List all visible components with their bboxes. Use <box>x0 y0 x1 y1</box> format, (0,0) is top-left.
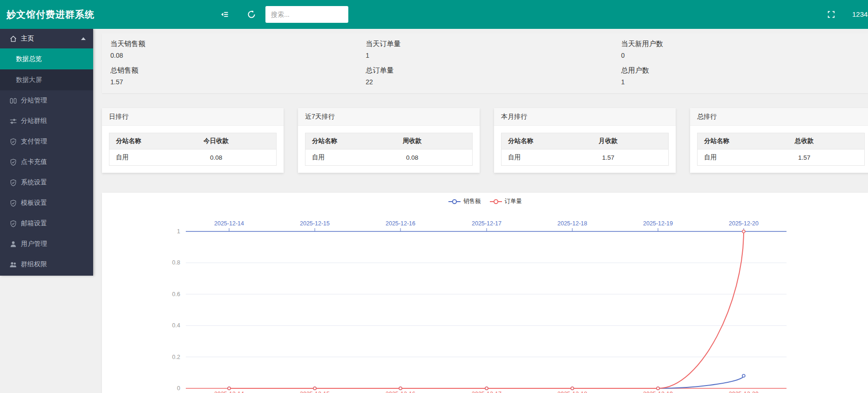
svg-text:2025-12-14: 2025-12-14 <box>214 220 244 227</box>
svg-text:2025-12-18: 2025-12-18 <box>557 391 587 393</box>
stat-value: 0.08 <box>110 52 357 59</box>
card-title: 日排行 <box>102 108 284 126</box>
stats-column-users: 当天新用户数 0 总用户数 1 <box>613 40 868 93</box>
table-row: 自用 1.57 <box>698 149 864 165</box>
ranking-card-daily: 日排行 分站名称 今日收款 自用 0.08 <box>102 108 284 173</box>
stat-value: 1 <box>366 52 612 59</box>
sidebar-item-data-screen[interactable]: 数据大屏 <box>0 69 93 90</box>
svg-text:2025-12-17: 2025-12-17 <box>472 220 502 227</box>
table-header-row: 分站名称 月收款 <box>502 133 668 149</box>
svg-text:0.8: 0.8 <box>172 259 180 266</box>
table-row: 自用 0.08 <box>305 149 472 165</box>
sidebar-item-label: 主页 <box>21 34 34 43</box>
legend-line-marker-icon <box>489 199 502 204</box>
columns-icon <box>9 97 17 105</box>
ranking-table: 分站名称 周收款 自用 0.08 <box>305 133 473 166</box>
svg-text:2025-12-15: 2025-12-15 <box>300 391 330 393</box>
svg-text:2025-12-16: 2025-12-16 <box>386 391 415 393</box>
sidebar-item-payment-manage[interactable]: 支付管理 <box>0 131 93 152</box>
collapse-sidebar-icon[interactable] <box>220 10 229 19</box>
card-title: 近7天排行 <box>298 108 480 126</box>
stat-value: 0 <box>621 52 868 59</box>
stats-summary-card: 当天销售额 0.08 总销售额 1.57 当天订单量 1 总订单量 22 当天新… <box>102 34 868 93</box>
shield-check-icon <box>9 220 17 228</box>
stats-column-sales: 当天销售额 0.08 总销售额 1.57 <box>102 40 357 93</box>
card-title: 本月排行 <box>494 108 676 126</box>
caret-up-icon <box>81 37 86 40</box>
shield-check-icon <box>9 179 17 187</box>
user-icon <box>9 240 17 248</box>
stat-value: 22 <box>366 78 612 86</box>
shield-check-icon <box>9 199 17 207</box>
ranking-table: 分站名称 今日收款 自用 0.08 <box>109 133 277 166</box>
legend-item[interactable]: 销售额 <box>448 197 481 205</box>
svg-text:2025-12-18: 2025-12-18 <box>557 220 587 227</box>
ranking-table: 分站名称 月收款 自用 1.57 <box>501 133 669 166</box>
ranking-table: 分站名称 总收款 自用 1.57 <box>697 133 865 166</box>
svg-text:2025-12-17: 2025-12-17 <box>472 391 502 393</box>
svg-text:2025-12-20: 2025-12-20 <box>729 220 759 227</box>
svg-text:2025-12-20: 2025-12-20 <box>729 391 759 393</box>
ranking-card-month: 本月排行 分站名称 月收款 自用 1.57 <box>494 108 676 173</box>
stat-label: 当天订单量 <box>366 40 612 48</box>
ranking-card-total: 总排行 分站名称 总收款 自用 1.57 <box>690 108 868 173</box>
svg-text:2025-12-15: 2025-12-15 <box>300 220 330 227</box>
sidebar-item-substation-manage[interactable]: 分站管理 <box>0 90 93 111</box>
fullscreen-icon[interactable] <box>827 10 836 20</box>
shield-check-icon <box>9 138 17 146</box>
table-row: 自用 0.08 <box>109 149 276 165</box>
home-submenu: 数据总览 数据大屏 <box>0 48 93 90</box>
ranking-cards-row: 日排行 分站名称 今日收款 自用 0.08 近7天排行 分站名称 周收款 <box>102 108 868 173</box>
top-header: 妙文馆付费进群系统 12345 <box>0 0 868 29</box>
legend-line-marker-icon <box>448 199 461 204</box>
sidebar-item-group-permissions[interactable]: 群组权限 <box>0 254 93 275</box>
shield-check-icon <box>9 158 17 166</box>
stat-label: 当天销售额 <box>110 40 357 48</box>
svg-text:2025-12-14: 2025-12-14 <box>214 391 244 393</box>
sales-orders-chart-card: 销售额 订单量 00.20.40.60.812025-12-142025-12-… <box>102 193 868 393</box>
stat-value: 1.57 <box>110 78 357 86</box>
app-title: 妙文馆付费进群系统 <box>7 0 95 29</box>
sidebar-item-template-settings[interactable]: 模板设置 <box>0 193 93 213</box>
sidebar-item-mail-settings[interactable]: 邮箱设置 <box>0 213 93 234</box>
svg-text:0.4: 0.4 <box>172 322 180 329</box>
svg-text:0.6: 0.6 <box>172 291 180 298</box>
sidebar-item-user-manage[interactable]: 用户管理 <box>0 234 93 254</box>
stats-column-orders: 当天订单量 1 总订单量 22 <box>357 40 612 93</box>
table-header-row: 分站名称 总收款 <box>698 133 864 149</box>
svg-text:2025-12-19: 2025-12-19 <box>643 391 673 393</box>
stat-label: 总订单量 <box>366 66 612 75</box>
table-header-row: 分站名称 周收款 <box>305 133 472 149</box>
header-username[interactable]: 12345 <box>852 0 868 29</box>
sidebar-item-home[interactable]: 主页 <box>0 29 93 48</box>
sidebar: 主页 数据总览 数据大屏 分站管理 分站群组 支付管理 <box>0 29 93 276</box>
sidebar-item-substation-groups[interactable]: 分站群组 <box>0 111 93 131</box>
svg-text:1: 1 <box>177 228 180 235</box>
svg-text:0: 0 <box>177 385 180 392</box>
ranking-card-7days: 近7天排行 分站名称 周收款 自用 0.08 <box>298 108 480 173</box>
sliders-icon <box>9 117 17 125</box>
svg-text:0.2: 0.2 <box>172 354 180 360</box>
legend-item[interactable]: 订单量 <box>489 197 522 205</box>
table-header-row: 分站名称 今日收款 <box>109 133 276 149</box>
stat-label: 当天新用户数 <box>621 40 868 48</box>
sidebar-item-card-recharge[interactable]: 点卡充值 <box>0 152 93 172</box>
svg-text:2025-12-19: 2025-12-19 <box>643 220 673 227</box>
sidebar-item-system-settings[interactable]: 系统设置 <box>0 172 93 193</box>
card-title: 总排行 <box>690 108 868 126</box>
table-row: 自用 1.57 <box>502 149 668 165</box>
stat-label: 总用户数 <box>621 66 868 75</box>
svg-text:2025-12-16: 2025-12-16 <box>386 220 415 227</box>
search-input[interactable] <box>265 6 348 23</box>
stat-value: 1 <box>621 78 868 86</box>
stat-label: 总销售额 <box>110 66 357 75</box>
sidebar-item-data-overview[interactable]: 数据总览 <box>0 48 93 69</box>
refresh-icon[interactable] <box>247 10 256 19</box>
users-icon <box>9 261 17 269</box>
dashboard-page: { "app": { "title": "妙文馆付费进群系统", "search… <box>0 0 868 393</box>
chart-legend: 销售额 订单量 <box>102 197 868 205</box>
home-icon <box>9 35 17 43</box>
